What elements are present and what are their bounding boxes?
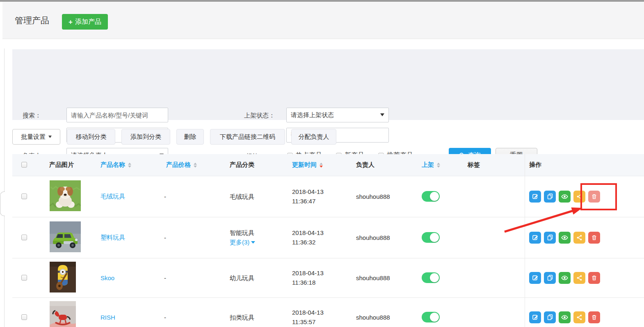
view-action-button[interactable]	[559, 191, 571, 203]
row-checkbox[interactable]	[21, 235, 27, 240]
sort-asc-icon	[128, 163, 131, 165]
product-price-cell: -	[164, 217, 166, 258]
chevron-down-icon	[380, 113, 384, 116]
assign-owner-button[interactable]: 分配负责人	[291, 129, 336, 145]
col-product-price[interactable]: 产品价格	[166, 154, 197, 176]
row-checkbox[interactable]	[21, 314, 27, 320]
update-time-cell: 2018-04-1311:36:18	[292, 258, 324, 297]
view-action-button[interactable]	[559, 232, 571, 244]
column-label: 负责人	[356, 161, 375, 169]
view-action-button[interactable]	[559, 272, 571, 284]
copy-icon	[547, 193, 553, 200]
product-image-green-toy-car	[50, 221, 81, 253]
status-toggle-on[interactable]	[422, 232, 440, 243]
copy-action-button[interactable]	[544, 191, 556, 203]
product-name-link[interactable]: RISH	[100, 314, 115, 321]
move-to-category-button[interactable]: 移动到分类	[67, 129, 115, 145]
copy-icon	[547, 274, 553, 281]
status-toggle-on[interactable]	[422, 272, 440, 283]
share-action-button[interactable]	[573, 232, 585, 244]
copy-action-button[interactable]	[544, 311, 556, 323]
copy-action-button[interactable]	[544, 272, 556, 284]
product-category-cell: 毛绒玩具	[230, 176, 254, 217]
status-toggle-on[interactable]	[422, 312, 440, 322]
edit-action-button[interactable]	[529, 232, 541, 244]
view-action-button[interactable]	[559, 311, 571, 323]
row-checkbox-cell	[21, 176, 27, 217]
table-body: 毛绒玩具-毛绒玩具2018-04-1311:36:47shouhou888塑料玩…	[0, 176, 644, 327]
delete-action-button[interactable]	[588, 272, 600, 284]
delete-icon	[591, 235, 597, 241]
edit-action-button[interactable]	[529, 272, 541, 284]
view-icon	[561, 274, 568, 281]
status-select[interactable]: 请选择上架状态	[286, 108, 389, 122]
edit-action-button[interactable]	[529, 191, 541, 203]
product-image-rocking-horse	[50, 301, 76, 327]
search-input[interactable]	[66, 108, 168, 122]
owner-value: shouhou888	[356, 193, 390, 200]
row-actions	[529, 272, 600, 284]
add-product-button[interactable]: + 添加产品	[62, 14, 108, 30]
copy-action-button[interactable]	[544, 232, 556, 244]
product-price-cell: -	[164, 176, 166, 217]
share-action-button[interactable]	[573, 272, 585, 284]
product-name-link[interactable]: 塑料玩具	[100, 234, 125, 242]
delete-action-button[interactable]	[588, 191, 600, 203]
update-time-cell: 2018-04-1311:35:57	[292, 297, 324, 327]
product-price-value: -	[164, 274, 166, 281]
sort-arrows-icon[interactable]	[437, 163, 440, 168]
delete-action-button[interactable]	[588, 232, 600, 244]
delete-icon	[591, 314, 597, 320]
product-category-value: 智能玩具	[230, 228, 254, 237]
toggle-knob	[430, 192, 439, 201]
download-qrcode-button[interactable]: 下载产品链接二维码	[210, 129, 285, 145]
product-price-value: -	[164, 193, 166, 200]
col-actions: 操作	[529, 154, 541, 176]
row-checkbox[interactable]	[21, 275, 27, 281]
sort-arrows-icon[interactable]	[320, 163, 323, 168]
share-action-button[interactable]	[573, 311, 585, 323]
update-time: 11:36:18	[292, 278, 315, 287]
sort-arrows-icon[interactable]	[194, 163, 197, 168]
update-date: 2018-04-13	[292, 308, 324, 317]
delete-button[interactable]: 删除	[176, 129, 204, 145]
batch-settings-button[interactable]: 批量设置	[12, 129, 60, 145]
table-row: Skoo-幼儿玩具2018-04-1311:36:18shouhou888	[12, 258, 644, 298]
column-label: 更新时间	[292, 161, 317, 169]
toggle-knob	[430, 233, 439, 242]
owner-value: shouhou888	[356, 234, 390, 241]
filter-panel: 搜索： 分类： 请选择产品分类 负责人： 请选择负责人 上架状态： 请选择上架状…	[12, 49, 644, 120]
more-categories-link[interactable]: 更多(3)	[230, 237, 255, 247]
product-category-value: 幼儿玩具	[230, 273, 254, 283]
col-status[interactable]: 上架	[422, 154, 440, 176]
row-actions	[529, 311, 600, 323]
share-action-button[interactable]	[573, 191, 585, 203]
product-name-link[interactable]: Skoo	[100, 274, 114, 281]
col-product-category: 产品分类	[230, 154, 254, 176]
edit-action-button[interactable]	[529, 311, 541, 323]
product-name-cell: RISH	[100, 297, 115, 327]
delete-action-button[interactable]	[588, 311, 600, 323]
add-to-category-button[interactable]: 添加到分类	[121, 129, 170, 145]
table-row: RISH-扣类玩具2018-04-1311:35:57shouhou888	[12, 297, 644, 327]
add-product-label: 添加产品	[75, 18, 101, 26]
product-name-link[interactable]: 毛绒玩具	[100, 193, 125, 200]
share-icon	[576, 193, 582, 200]
select-all-checkbox[interactable]	[21, 162, 27, 168]
sort-desc-icon	[437, 166, 440, 168]
sort-arrows-icon[interactable]	[128, 163, 131, 168]
row-checkbox-cell	[21, 297, 27, 327]
column-label: 产品分类	[230, 161, 254, 169]
edit-icon	[532, 193, 539, 200]
row-checkbox[interactable]	[21, 193, 27, 199]
toggle-knob	[430, 273, 439, 282]
status-toggle-on[interactable]	[422, 191, 440, 202]
col-product-name[interactable]: 产品名称	[100, 154, 131, 176]
edit-icon	[532, 234, 539, 241]
product-image-cell	[50, 176, 81, 217]
share-icon	[576, 314, 582, 320]
column-label: 操作	[529, 161, 541, 169]
col-update-time[interactable]: 更新时间	[292, 154, 323, 176]
column-label: 产品图片	[49, 161, 74, 169]
col-owner: 负责人	[356, 154, 375, 176]
